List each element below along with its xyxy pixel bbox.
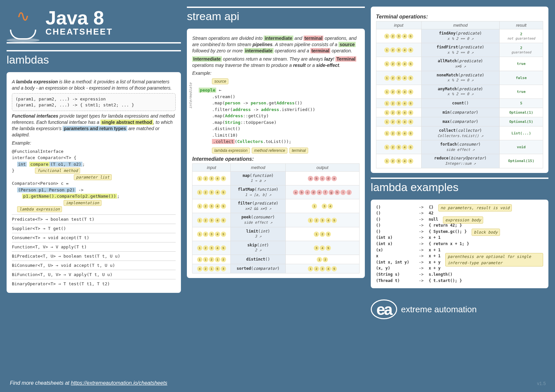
section-lambda-ex-title: lambda examples [371, 178, 548, 194]
intermediate-ops-table: input method output 12345 map(function)1… [192, 163, 359, 273]
table-row: 12345 findFirst(predicate)x % 2 == 0 2gu… [376, 43, 543, 57]
col-method: method [421, 21, 499, 29]
func-interface-row: Function<T, V> → V apply(T t) [12, 242, 176, 251]
table-row: 12345 forEach(consumer)side effect void [376, 140, 543, 154]
table-row: 11212 distinct() 12 [192, 255, 359, 264]
table-row: 12345 peek(consumer)side effect 12345 [192, 213, 359, 227]
func-interface-row: BiFunction<T, U, V> → V apply(T t, U u) [12, 270, 176, 279]
col-result: result [500, 21, 543, 29]
col-output: output [285, 163, 359, 171]
title: Java 8 [45, 9, 113, 26]
stream-intro-2: Intermediate operations return a new str… [192, 56, 359, 69]
stream-intro-card: Stream operations are divided into inter… [187, 29, 365, 278]
tag-lambda: lambda expression [212, 148, 250, 154]
example-label: Example: [12, 140, 176, 146]
func-iface-intro: Functional interfaces provide target typ… [12, 113, 176, 138]
functional-interfaces-list: Predicate<T> → boolean test(T t)Supplier… [12, 214, 176, 288]
terminal-ops-table: input method result 12345 findAny(predic… [376, 21, 543, 168]
stream-intro-1: Stream operations are divided into inter… [192, 35, 359, 54]
func-interface-row: Consumer<T> → void accept(T t) [12, 233, 176, 242]
func-interface-row: BiConsumer<T, U> → void accept(T t, U u) [12, 261, 176, 270]
section-lambdas-title: lambdas [7, 50, 181, 66]
stream-example-code: intermediate people ← .stream().map(pers… [192, 87, 359, 145]
lambda-example-row: () -> {} no parameters, result is void [376, 204, 543, 210]
table-row: 12345 noneMatch(predicate)x % 2 == 0 fal… [376, 71, 543, 85]
lambda-example-row: (x, y) -> x + y [376, 265, 543, 271]
table-row: 42153 sorted(comparator) 12345 [192, 264, 359, 273]
col-input: input [376, 21, 421, 29]
lambda-example-row: (String s) -> s.length() [376, 271, 543, 278]
lambdas-intro: A lambda expression is like a method: it… [12, 79, 176, 91]
table-row: 12345 skip(int)2 345 [192, 241, 359, 255]
table-row: 12345 anyMatch(predicate)x % 2 == 0 true [376, 85, 543, 98]
table-row: 12345 collect(collector)Collectors.toLis… [376, 126, 543, 140]
table-row: 12345 max(comparator) Optional(5) [376, 117, 543, 126]
func-interface-row: BinaryOperator<T> → T test(T t1, T t2) [12, 279, 176, 288]
ea-mark-icon: ea [371, 299, 397, 319]
col-input: input [192, 163, 231, 171]
lambdas-card: A lambda expression is like a method: it… [7, 72, 181, 293]
subtitle: CHEATSHEET [45, 27, 113, 37]
terminal-ops-header: Terminal operations: [376, 14, 543, 20]
lambda-example-row: x -> x + 1 parenthesis are optional for … [376, 253, 543, 259]
table-row: 12345 limit(int)3 123 [192, 227, 359, 241]
lambda-example-row: () -> null expression body [376, 216, 543, 223]
func-interface-row: Predicate<T> → boolean test(T t) [12, 214, 176, 224]
tag-source: source [212, 78, 228, 84]
footer-link[interactable]: https://extremeautomation.io/cheatsheets [71, 380, 167, 386]
func-interface-row: BiPredicate<T, U> → boolean test(T t, U … [12, 251, 176, 261]
tag-terminal: terminal [289, 148, 308, 154]
footer: Find more cheatsheets at https://extreme… [10, 380, 167, 386]
lambda-syntax-code: (param1, param2, ...) -> expression (par… [12, 93, 176, 111]
lambda-example-row: (int x) -> { return x + 1; } [376, 241, 543, 247]
tag-method-ref: method reference [252, 148, 287, 154]
example-label: Example: [192, 70, 359, 76]
lambda-example-row: () -> 42 [376, 210, 543, 216]
table-row: 12345 filter(predicate)x≠2 && x≠5 134 [192, 199, 359, 213]
func-interface-row: Supplier<T> → T get() [12, 224, 176, 233]
lambda-examples-card: () -> {} no parameters, result is void (… [371, 200, 548, 289]
col-method: method [231, 163, 285, 171]
table-row: 12345 map(function)1 → a abcde [192, 171, 359, 185]
table-row: 12345 allMatch(predicate)x≠6 true [376, 57, 543, 71]
lambda-example-row: (Thread t) -> { t.start(); } [376, 278, 543, 284]
lambda-example-row: () -> { return 42; } [376, 222, 543, 229]
ea-logo: ea extreme automation [371, 299, 548, 319]
table-row: 12345 reduce(binaryOperator)Integer::sum… [376, 154, 543, 168]
lambda-example-row: () -> { System.gc(); } block body [376, 229, 543, 235]
intermediate-ops-header: Intermediate operations: [192, 156, 359, 162]
table-row: 12345 findAny(predicate)x % 2 == 0 2not … [376, 29, 543, 43]
header: ∿ Java 8 CHEATSHEET [7, 7, 181, 43]
terminal-ops-card: Terminal operations: input method result… [371, 7, 548, 173]
table-row: 12345 min(comparator) Optional(1) [376, 108, 543, 117]
section-stream-title: stream api [187, 7, 365, 23]
lambda-example-row: (int x) -> x + 1 [376, 235, 543, 241]
lambda-example-row: (x) -> x + 1 [376, 247, 543, 253]
table-row: 12345 count() 5 [376, 98, 543, 108]
func-iface-example: @FunctionalInterface interface Comparato… [12, 148, 176, 212]
version: v1.5 [537, 381, 546, 386]
ea-brand-text: extreme automation [401, 304, 477, 315]
lambda-example-row: (int x, int y) -> x + y [376, 259, 543, 266]
table-row: 12345 flatMap(function)1 → [a, b] abcdef… [192, 185, 359, 199]
java-logo-icon: ∿ [7, 7, 40, 40]
